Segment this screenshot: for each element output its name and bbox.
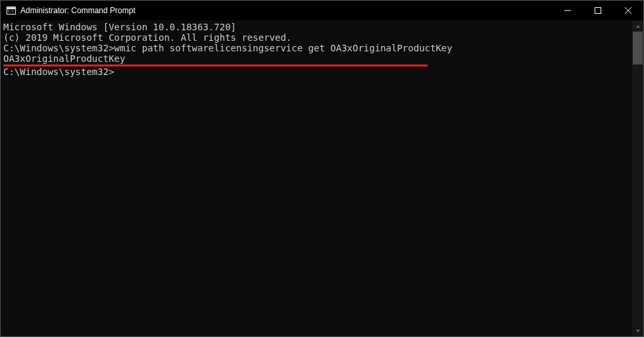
console-content[interactable]: Microsoft Windows [Version 10.0.18363.72… — [1, 20, 632, 336]
banner-line-1: Microsoft Windows [Version 10.0.18363.72… — [3, 22, 630, 32]
titlebar[interactable]: C:\ Administrator: Command Prompt — [1, 1, 643, 20]
svg-marker-8 — [636, 25, 640, 28]
prompt-command: wmic path softwarelicensingservice get O… — [114, 43, 453, 53]
banner-line-2: (c) 2019 Microsoft Corporation. All righ… — [3, 32, 630, 43]
minimize-button[interactable] — [553, 1, 583, 20]
svg-rect-1 — [7, 7, 16, 9]
scrollbar-up-button[interactable] — [632, 20, 643, 32]
output-header: OA3xOriginalProductKey — [3, 53, 630, 64]
vertical-scrollbar[interactable] — [632, 20, 643, 336]
cmd-icon: C:\ — [6, 5, 16, 16]
window-controls — [553, 1, 643, 20]
svg-rect-5 — [595, 8, 601, 14]
svg-marker-9 — [636, 330, 640, 332]
prompt-line-1: C:\Windows\system32>wmic path softwareli… — [3, 43, 630, 53]
console-area: Microsoft Windows [Version 10.0.18363.72… — [1, 20, 643, 336]
prompt-path: C:\Windows\system32> — [3, 43, 114, 53]
titlebar-left: C:\ Administrator: Command Prompt — [6, 5, 136, 16]
prompt-line-2: C:\Windows\system32> — [3, 66, 630, 77]
close-button[interactable] — [613, 1, 643, 20]
scrollbar-thumb[interactable] — [633, 32, 643, 65]
command-prompt-window: C:\ Administrator: Command Prompt Micros… — [0, 0, 644, 337]
window-title: Administrator: Command Prompt — [20, 6, 136, 15]
scrollbar-down-button[interactable] — [632, 325, 643, 336]
prompt-path: C:\Windows\system32> — [3, 66, 114, 77]
svg-text:C:\: C:\ — [8, 9, 14, 13]
maximize-button[interactable] — [583, 1, 613, 20]
